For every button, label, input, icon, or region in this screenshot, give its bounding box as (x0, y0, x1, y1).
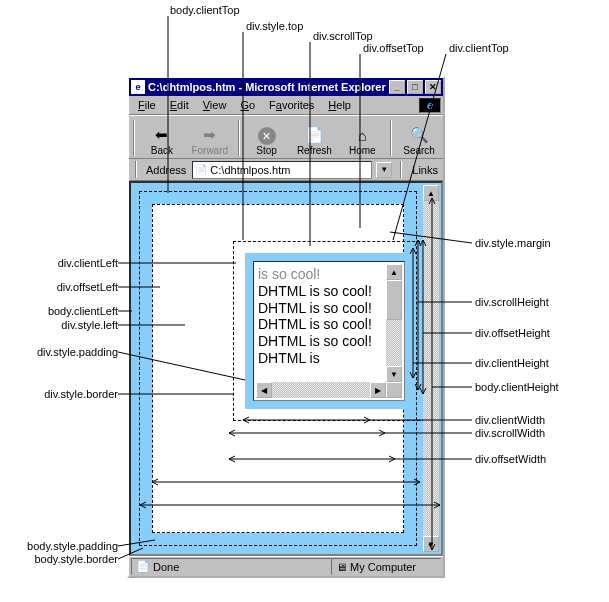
toolbar-refresh[interactable]: 📄 Refresh (290, 125, 338, 158)
menu-bar: File Edit View Go Favorites Help e (129, 96, 443, 115)
vp-scroll-up-button[interactable]: ▲ (423, 185, 439, 201)
doc-icon: 📄 (195, 164, 207, 175)
label-div-offsetleft: div.offsetLeft (57, 281, 118, 293)
body-border-outline: is so cool! DHTML is so cool! DHTML is s… (139, 191, 417, 546)
toolbar-search-label: Search (403, 145, 435, 156)
status-done-cell: 📄 Done (131, 558, 331, 575)
div-padding-box: is so cool! DHTML is so cool! DHTML is s… (253, 261, 405, 401)
menu-help[interactable]: Help (321, 97, 358, 113)
page-viewport: is so cool! DHTML is so cool! DHTML is s… (129, 181, 443, 556)
home-icon: ⌂ (352, 125, 372, 145)
address-text: C:\dhtmlpos.htm (210, 164, 290, 176)
done-icon: 📄 (136, 560, 150, 573)
toolbar-stop[interactable]: ✕ Stop (243, 127, 291, 158)
vp-scroll-down-button[interactable]: ▼ (423, 536, 439, 552)
label-div-style-margin: div.style.margin (475, 237, 551, 249)
toolbar-back[interactable]: ⬅ Back (138, 125, 186, 158)
address-bar: Address 📄 C:\dhtmlpos.htm ▼ Links (129, 159, 443, 181)
window-titlebar[interactable]: e C:\dhtmlpos.htm - Microsoft Internet E… (129, 78, 443, 96)
label-body-style-padding: body.style.padding (27, 540, 118, 552)
scroll-thumb-v[interactable] (386, 280, 402, 320)
div-vertical-scrollbar[interactable]: ▲ ▼ (386, 264, 402, 382)
ie-small-icon: e (131, 80, 145, 94)
search-icon: 🔍 (409, 125, 429, 145)
status-bar: 📄 Done 🖥 My Computer (129, 556, 443, 576)
label-div-offsetwidth: div.offsetWidth (475, 453, 546, 465)
div-border-box: is so cool! DHTML is so cool! DHTML is s… (245, 253, 413, 409)
label-div-clienttop: div.clientTop (449, 42, 509, 54)
label-body-clientheight: body.clientHeight (475, 381, 559, 393)
toolbar-stop-label: Stop (256, 145, 277, 156)
address-input[interactable]: 📄 C:\dhtmlpos.htm (192, 161, 372, 179)
scroll-up-button[interactable]: ▲ (386, 264, 402, 280)
links-label[interactable]: Links (409, 164, 441, 176)
label-div-scrollwidth: div.scrollWidth (475, 427, 545, 439)
truncated-text: is so cool! (258, 266, 320, 282)
status-zone-text: My Computer (350, 561, 416, 573)
refresh-icon: 📄 (304, 125, 324, 145)
status-done-text: Done (153, 561, 179, 573)
toolbar-search[interactable]: 🔍 Search (395, 125, 443, 158)
ie-logo-badge: e (419, 98, 441, 113)
toolbar-forward[interactable]: ➡ Forward (186, 125, 234, 158)
maximize-button[interactable]: □ (407, 80, 423, 94)
label-div-scrolltop: div.scrollTop (313, 30, 373, 42)
toolbar-refresh-label: Refresh (297, 145, 332, 156)
label-body-style-border: body.style.border (34, 553, 118, 565)
div-horizontal-scrollbar[interactable]: ◀ ▶ (256, 382, 386, 398)
menu-file[interactable]: File (131, 97, 163, 113)
label-div-clientheight: div.clientHeight (475, 357, 549, 369)
back-arrow-icon: ⬅ (152, 125, 172, 145)
label-body-clienttop: body.clientTop (170, 4, 240, 16)
label-div-style-top: div.style.top (246, 20, 303, 32)
label-div-style-left: div.style.left (61, 319, 118, 331)
toolbar-home[interactable]: ⌂ Home (338, 125, 386, 158)
menu-go[interactable]: Go (233, 97, 262, 113)
body-padding-outline: is so cool! DHTML is so cool! DHTML is s… (152, 204, 404, 533)
menu-view[interactable]: View (196, 97, 234, 113)
window-title-text: C:\dhtmlpos.htm - Microsoft Internet Exp… (148, 81, 389, 93)
label-div-style-border: div.style.border (44, 388, 118, 400)
toolbar-home-label: Home (349, 145, 376, 156)
scroll-down-button[interactable]: ▼ (386, 366, 402, 382)
status-zone-cell: 🖥 My Computer (331, 558, 441, 575)
address-label: Address (144, 164, 188, 176)
close-button[interactable]: ✕ (425, 80, 441, 94)
label-div-style-padding: div.style.padding (37, 346, 118, 358)
label-div-clientleft: div.clientLeft (58, 257, 118, 269)
toolbar: ⬅ Back ➡ Forward ✕ Stop 📄 Refresh ⌂ Home… (129, 115, 443, 159)
scroll-right-button[interactable]: ▶ (370, 382, 386, 398)
viewport-vertical-scrollbar[interactable]: ▲ ▼ (423, 185, 439, 552)
computer-icon: 🖥 (336, 561, 347, 573)
label-div-clientwidth: div.clientWidth (475, 414, 545, 426)
label-body-clientleft: body.clientLeft (48, 305, 118, 317)
scroll-corner (386, 382, 402, 398)
label-div-offsettop: div.offsetTop (363, 42, 424, 54)
menu-edit[interactable]: Edit (163, 97, 196, 113)
label-div-scrollheight: div.scrollHeight (475, 296, 549, 308)
content-text-body: DHTML is so cool! DHTML is so cool! DHTM… (258, 283, 372, 366)
address-dropdown-button[interactable]: ▼ (376, 162, 392, 178)
browser-window: e C:\dhtmlpos.htm - Microsoft Internet E… (127, 76, 445, 578)
minimize-button[interactable]: _ (389, 80, 405, 94)
div-content-text: is so cool! DHTML is so cool! DHTML is s… (258, 266, 384, 380)
menu-favorites[interactable]: Favorites (262, 97, 321, 113)
toolbar-forward-label: Forward (191, 145, 228, 156)
forward-arrow-icon: ➡ (200, 125, 220, 145)
scroll-left-button[interactable]: ◀ (256, 382, 272, 398)
toolbar-back-label: Back (151, 145, 173, 156)
stop-icon: ✕ (258, 127, 276, 145)
label-div-offsetheight: div.offsetHeight (475, 327, 550, 339)
